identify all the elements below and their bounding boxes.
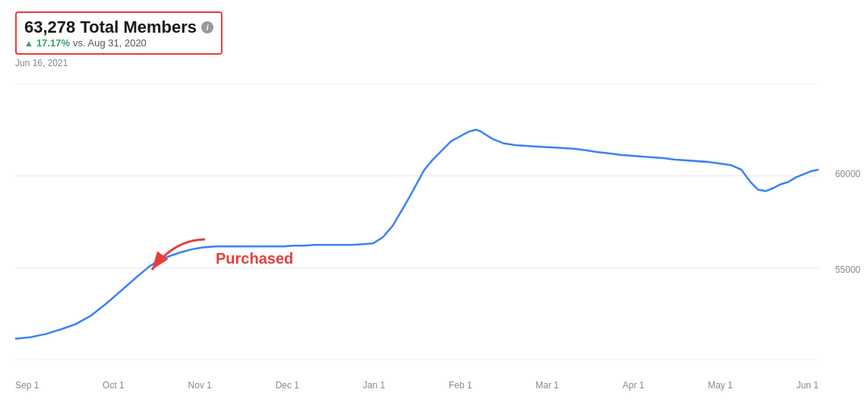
x-label-oct: Oct 1 xyxy=(103,380,125,391)
x-label-jan: Jan 1 xyxy=(363,380,385,391)
x-axis-labels: Sep 1 Oct 1 Nov 1 Dec 1 Jan 1 Feb 1 Mar … xyxy=(15,380,819,391)
title-box: 63,278 Total Members i ▲ 17.17% vs. Aug … xyxy=(15,11,223,55)
total-members-label: 63,278 Total Members xyxy=(24,17,197,37)
x-label-mar: Mar 1 xyxy=(535,380,559,391)
x-label-jun: Jun 1 xyxy=(797,380,819,391)
x-label-dec: Dec 1 xyxy=(276,380,299,391)
purchased-label: Purchased xyxy=(216,250,293,267)
chart-date-label: Jun 16, 2021 xyxy=(15,58,223,68)
header-section: 63,278 Total Members i ▲ 17.17% vs. Aug … xyxy=(15,11,223,68)
percent-value: 17.17% xyxy=(36,37,70,49)
y-label-60000: 60000 xyxy=(835,169,860,179)
x-label-nov: Nov 1 xyxy=(188,380,212,391)
y-label-55000: 55000 xyxy=(835,265,860,274)
y-axis-labels: 60000 55000 xyxy=(819,84,860,360)
chart-area: 60000 55000 Sep 1 Oct 1 Nov 1 Dec 1 Jan … xyxy=(15,84,860,360)
x-label-may: May 1 xyxy=(708,380,733,391)
x-label-apr: Apr 1 xyxy=(623,380,645,391)
chart-container: 63,278 Total Members i ▲ 17.17% vs. Aug … xyxy=(0,0,868,402)
purchased-arrow-icon xyxy=(144,236,213,281)
chart-svg xyxy=(15,84,819,360)
vs-text: vs. Aug 31, 2020 xyxy=(73,37,147,49)
x-label-feb: Feb 1 xyxy=(449,380,472,391)
total-members-line: 63,278 Total Members i xyxy=(24,17,213,37)
arrow-up-icon: ▲ xyxy=(24,38,33,49)
x-label-sep: Sep 1 xyxy=(15,380,39,391)
info-icon: i xyxy=(201,21,213,33)
chart-line xyxy=(15,130,819,339)
purchased-annotation: Purchased xyxy=(144,236,293,281)
percent-change: ▲ 17.17% vs. Aug 31, 2020 xyxy=(24,37,213,49)
